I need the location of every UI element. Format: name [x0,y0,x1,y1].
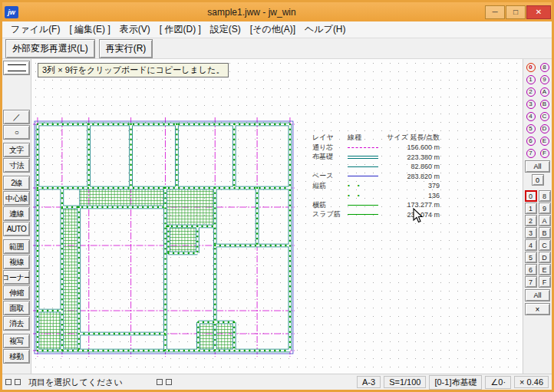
menu-help[interactable]: ヘルプ(H) [300,21,351,38]
zoom-button[interactable]: × 0.46 [514,376,549,388]
tool-dimension-button[interactable]: 寸法 [3,158,30,173]
layer-button-6[interactable]: 6 [525,264,537,275]
layer-button-3[interactable]: 3 [525,227,537,239]
indicator-box [5,379,12,385]
titlebar: jw sample1.jww - jw_win ─ □ ✕ [2,2,552,21]
legend-row: 縦筋 379 [312,181,440,191]
layer-group-button-8[interactable]: 8 [539,61,551,73]
layer-group-button-3[interactable]: 3 [525,98,537,110]
line-attribute-button[interactable] [3,61,30,75]
layer-button-F[interactable]: F [539,276,551,288]
layer-group-grid: 0 8 1 9 2 A 3 B 4 C 5 D 6 E 7 F [525,61,551,159]
layer-group-button-B[interactable]: B [539,98,551,110]
indicator-box [15,379,21,385]
menu-settings[interactable]: 設定(S) [206,21,246,38]
tool-offset-button[interactable]: 複線 [3,255,30,269]
layer-button-4[interactable]: 4 [525,239,537,251]
layer-button-7[interactable]: 7 [525,276,537,288]
active-layer-button[interactable]: [0-1]布基礎 [429,375,482,390]
legend-row: 136 [312,191,440,201]
layer-button-B[interactable]: B [539,227,551,239]
menu-view[interactable]: 表示(V) [115,21,155,38]
tool-center-line-button[interactable]: 中心線 [3,191,30,206]
tool-polyline-button[interactable]: 連線 [3,206,30,221]
legend-row: 82.860 m [312,162,440,172]
tool-corner-button[interactable]: コーナー [3,270,30,285]
app-icon: jw [5,6,18,18]
layer-button-2[interactable]: 2 [525,215,537,226]
app-window: jw sample1.jww - jw_win ─ □ ✕ ファイル(F) [ … [0,0,554,392]
tool-group-move: 複写 移動 [3,334,30,364]
layer-all-button[interactable]: All [525,289,550,301]
angle-button[interactable]: ∠0· [485,376,511,389]
tool-chamfer-button[interactable]: 面取 [3,301,30,315]
layer-group-button-1[interactable]: 1 [525,74,537,85]
legend-header-size: サイズ [387,133,408,141]
layer-hide-button[interactable]: × [525,303,550,315]
foundation-sample2-icon [348,166,378,167]
close-button[interactable]: ✕ [526,5,551,19]
layer-button-E[interactable]: E [539,264,551,275]
drawing-canvas[interactable]: 3列 × 9行をクリップボードにコピーしました。 レイヤ 線種 サイズ 延長/点… [31,59,523,374]
layer-group-button-C[interactable]: C [539,110,551,122]
layer-button-1[interactable]: 1 [525,203,537,214]
clipboard-message: 3列 × 9行をクリップボードにコピーしました。 [38,63,229,77]
layer-group-all-button[interactable]: All [525,160,550,173]
menu-file[interactable]: ファイル(F) [6,21,64,38]
legend-header-layer: レイヤ [312,133,348,143]
layer-button-C[interactable]: C [539,239,551,251]
layer-button-D[interactable]: D [539,252,551,263]
tool-group-lines: 2線 中心線 連線 AUTO [3,176,30,236]
tool-text-button[interactable]: 文字 [3,143,30,157]
tool-stretch-button[interactable]: 伸縮 [3,285,30,300]
floor-plan-drawing [31,59,523,374]
menu-draw[interactable]: [ 作図(D) ] [155,21,206,38]
layer-button-0[interactable]: 0 [525,190,537,202]
minimize-button[interactable]: ─ [485,5,505,19]
layer-group-button-4[interactable]: 4 [525,110,537,122]
layer-button-9[interactable]: 9 [539,203,551,214]
window-controls: ─ □ ✕ [485,5,551,19]
maximize-button[interactable]: □ [506,5,526,19]
layer-group-button-F[interactable]: F [539,147,551,159]
redo-command-button[interactable]: 再実行(R) [99,39,153,58]
menu-other[interactable]: [その他(A)] [246,21,300,38]
layer-button-A[interactable]: A [539,215,551,226]
layer-group-button-0[interactable]: 0 [525,61,537,73]
tool-group-draw: ／ ○ [3,110,30,140]
tool-line-button[interactable]: ／ [3,110,30,124]
layer-group-button-D[interactable]: D [539,123,551,134]
current-layer-group-button[interactable]: 0 [532,174,544,186]
layer-group-button-E[interactable]: E [539,135,551,147]
layer-button-8[interactable]: 8 [539,190,551,202]
layer-grid: 0 8 1 9 2 A 3 B 4 C 5 D 6 E 7 F [525,190,551,288]
layer-group-button-6[interactable]: 6 [525,135,537,147]
status-hint[interactable]: 項目を選択してください [28,377,123,388]
tool-double-line-button[interactable]: 2線 [3,176,30,190]
layer-group-button-9[interactable]: 9 [539,74,551,85]
tool-auto-button[interactable]: AUTO [3,222,30,236]
window-title: sample1.jww - jw_win [18,7,485,18]
tool-copy-button[interactable]: 複写 [3,334,30,348]
legend-row: ベース 283.820 m [312,172,440,182]
tool-bar-left: ／ ○ 文字 寸法 2線 中心線 連線 AUTO 範囲 複線 コーナー 伸縮 面… [2,59,31,374]
layer-group-button-2[interactable]: 2 [525,86,537,97]
legend-row: 通り芯 156.600 m [312,143,440,153]
layer-group-button-5[interactable]: 5 [525,123,537,134]
tool-move-button[interactable]: 移動 [3,349,30,364]
layer-button-5[interactable]: 5 [525,252,537,263]
menu-edit[interactable]: [ 編集(E) ] [64,21,114,38]
horizontal-rebar-sample-icon [348,205,378,206]
command-toolbar: 外部変形再選択(L) 再実行(R) [2,38,552,59]
line-sample-icon [8,64,26,71]
tool-range-button[interactable]: 範囲 [3,239,30,254]
layer-group-button-A[interactable]: A [539,86,551,97]
reselect-external-transform-button[interactable]: 外部変形再選択(L) [5,39,95,58]
paper-size-button[interactable]: A-3 [357,376,381,388]
tool-erase-button[interactable]: 消去 [3,316,30,331]
scale-button[interactable]: S=1/100 [384,376,426,388]
tool-circle-button[interactable]: ○ [3,125,30,140]
menubar: ファイル(F) [ 編集(E) ] 表示(V) [ 作図(D) ] 設定(S) … [2,21,552,38]
layer-group-button-7[interactable]: 7 [525,147,537,159]
slab-rebar-sample-icon [348,214,378,215]
